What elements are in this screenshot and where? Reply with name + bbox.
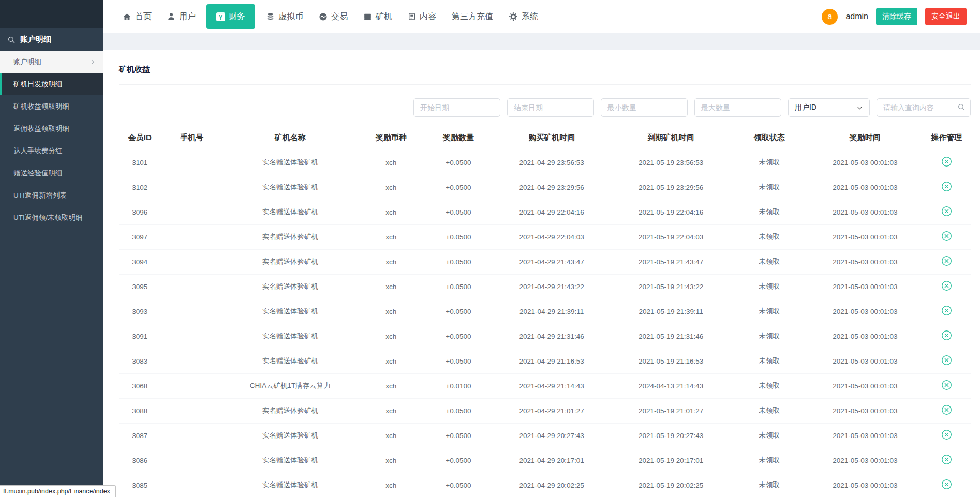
column-header: 领取状态	[731, 126, 808, 150]
cell-reward-coin: xch	[358, 274, 425, 299]
nav-item-finance[interactable]: ¥财务	[206, 4, 255, 29]
cancel-icon[interactable]	[941, 206, 952, 217]
cell-claim-status: 未领取	[731, 175, 808, 200]
search-box	[877, 98, 971, 117]
nav-item-home[interactable]: 首页	[115, 0, 159, 33]
cancel-icon[interactable]	[941, 330, 952, 341]
user-icon	[167, 12, 175, 21]
cancel-icon[interactable]	[941, 380, 952, 390]
cell-reward-coin: xch	[358, 448, 425, 473]
cell-expire-time: 2021-05-19 23:56:53	[611, 150, 730, 175]
cancel-icon[interactable]	[941, 404, 952, 415]
cell-member-id: 3102	[119, 175, 161, 200]
nav-item-coin[interactable]: 虚拟币	[258, 0, 311, 33]
cell-reward-coin: xch	[358, 175, 425, 200]
cell-reward-amount: +0.0500	[425, 473, 492, 497]
sidebar-item-label: UTI返佣领/未领取明细	[13, 213, 83, 222]
cell-reward-time: 2021-05-03 00:01:03	[808, 373, 923, 398]
cell-miner-name: 实名赠送体验矿机	[223, 448, 358, 473]
sidebar-item[interactable]: 达人手续费分红	[0, 140, 103, 162]
table-row: 3086实名赠送体验矿机xch+0.05002021-04-29 20:17:0…	[119, 448, 971, 473]
cell-reward-coin: xch	[358, 349, 425, 373]
column-header: 矿机名称	[223, 126, 358, 150]
nav-item-system[interactable]: 系统	[501, 0, 546, 33]
cancel-icon[interactable]	[941, 231, 952, 242]
cell-claim-status: 未领取	[731, 249, 808, 274]
clear-cache-button[interactable]: 清除缓存	[876, 8, 917, 25]
nav-item-user[interactable]: 用户	[159, 0, 203, 33]
title-divider	[119, 84, 971, 85]
cell-buy-time: 2021-04-29 22:04:16	[492, 200, 611, 224]
cell-phone	[161, 249, 223, 274]
sidebar-item-label: 矿机日发放明细	[13, 80, 63, 89]
cell-expire-time: 2021-05-19 21:16:53	[611, 349, 730, 373]
cancel-icon[interactable]	[941, 479, 952, 490]
cancel-icon[interactable]	[941, 454, 952, 465]
end-date-input[interactable]	[507, 98, 594, 117]
table-header-row: 会员ID手机号矿机名称奖励币种奖励数量购买矿机时间到期矿机时间领取状态奖励时间操…	[119, 126, 971, 150]
nav-item-recharge[interactable]: 第三方充值	[444, 0, 501, 33]
cell-buy-time: 2021-04-29 21:16:53	[492, 349, 611, 373]
cell-miner-name: 实名赠送体验矿机	[223, 150, 358, 175]
cell-reward-amount: +0.0500	[425, 150, 492, 175]
cancel-icon[interactable]	[941, 181, 952, 192]
cell-phone	[161, 200, 223, 224]
cell-phone	[161, 448, 223, 473]
table-row: 3095实名赠送体验矿机xch+0.05002021-04-29 21:43:2…	[119, 274, 971, 299]
cell-operations	[922, 423, 971, 448]
nav-item-miner[interactable]: 矿机	[355, 0, 400, 33]
cell-reward-time: 2021-05-03 00:01:03	[808, 398, 923, 423]
sidebar-item[interactable]: UTI返佣领/未领取明细	[0, 206, 103, 229]
cell-operations	[922, 373, 971, 398]
search-input[interactable]	[877, 98, 971, 117]
cell-claim-status: 未领取	[731, 324, 808, 349]
cell-buy-time: 2021-04-29 21:14:43	[492, 373, 611, 398]
cell-operations	[922, 274, 971, 299]
cancel-icon[interactable]	[941, 255, 952, 266]
sidebar-item[interactable]: 矿机日发放明细	[0, 73, 103, 95]
exchange-icon	[319, 12, 328, 21]
top-nav-items: 首页用户¥财务虚拟币交易矿机内容第三方充值系统	[115, 0, 546, 33]
cell-buy-time: 2021-04-29 23:29:56	[492, 175, 611, 200]
sidebar-menu: 账户明细矿机日发放明细矿机收益领取明细返佣收益领取明细达人手续费分红赠送经验值明…	[0, 51, 103, 229]
cancel-icon[interactable]	[941, 280, 952, 291]
cell-expire-time: 2021-05-19 20:17:01	[611, 448, 730, 473]
cancel-icon[interactable]	[941, 429, 952, 440]
cell-miner-name: CHIA云矿机1T满存云算力	[223, 373, 358, 398]
cell-operations	[922, 200, 971, 224]
nav-item-label: 第三方充值	[452, 11, 493, 22]
nav-item-content[interactable]: 内容	[400, 0, 444, 33]
column-header: 奖励币种	[358, 126, 425, 150]
cancel-icon[interactable]	[941, 305, 952, 316]
nav-item-label: 系统	[522, 11, 538, 22]
cell-member-id: 3085	[119, 473, 161, 497]
document-icon	[408, 12, 416, 21]
sidebar-item[interactable]: UTI返佣新增列表	[0, 184, 103, 206]
cell-member-id: 3091	[119, 324, 161, 349]
cancel-icon[interactable]	[941, 355, 952, 366]
max-quantity-input[interactable]	[694, 98, 781, 117]
cancel-icon[interactable]	[941, 156, 952, 167]
search-icon[interactable]	[957, 103, 966, 113]
cell-claim-status: 未领取	[731, 224, 808, 249]
nav-item-trade[interactable]: 交易	[311, 0, 355, 33]
sidebar-item-label: 矿机收益领取明细	[13, 102, 69, 111]
avatar[interactable]: a	[822, 9, 838, 25]
sidebar-item[interactable]: 矿机收益领取明细	[0, 95, 103, 117]
cell-reward-time: 2021-05-03 00:01:03	[808, 175, 923, 200]
sidebar-item[interactable]: 赠送经验值明细	[0, 162, 103, 184]
sidebar-item[interactable]: 账户明细	[0, 51, 103, 73]
cell-claim-status: 未领取	[731, 423, 808, 448]
sidebar-item[interactable]: 返佣收益领取明细	[0, 117, 103, 140]
min-quantity-input[interactable]	[601, 98, 688, 117]
cell-phone	[161, 175, 223, 200]
cell-expire-time: 2021-05-19 21:01:27	[611, 398, 730, 423]
cell-expire-time: 2021-05-19 21:43:47	[611, 249, 730, 274]
cell-reward-amount: +0.0500	[425, 274, 492, 299]
admin-username[interactable]: admin	[845, 12, 868, 21]
user-id-select[interactable]: 用户ID	[788, 98, 870, 117]
logout-button[interactable]: 安全退出	[925, 8, 967, 25]
start-date-input[interactable]	[413, 98, 500, 117]
cell-buy-time: 2021-04-29 20:27:43	[492, 423, 611, 448]
cell-reward-coin: xch	[358, 200, 425, 224]
